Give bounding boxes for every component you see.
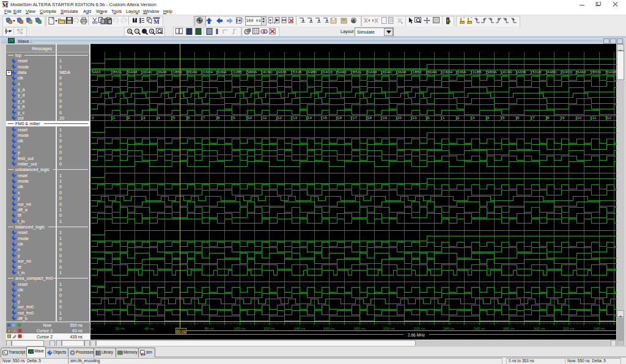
svg-text:31B5: 31B5 — [473, 70, 482, 74]
svg-text:120 ns: 120 ns — [263, 326, 275, 330]
svg-text:3: 3 — [473, 115, 475, 120]
svg-text:8DA9: 8DA9 — [188, 70, 197, 74]
svg-text:DA98: DA98 — [367, 70, 377, 74]
svg-text:C6D4: C6D4 — [443, 70, 452, 74]
svg-text:A636: A636 — [517, 70, 526, 74]
svg-text:300 ns: 300 ns — [534, 326, 545, 330]
svg-text:C6D4: C6D4 — [203, 70, 213, 74]
svg-text:531B: 531B — [532, 70, 541, 74]
svg-text:B531: B531 — [113, 70, 122, 74]
svg-text:5: 5 — [173, 115, 175, 120]
svg-text:10: 10 — [577, 115, 581, 120]
svg-text:M: M — [153, 18, 160, 24]
svg-text:M: M — [2, 2, 9, 8]
svg-text:80 ns: 80 ns — [204, 326, 213, 330]
svg-text:DA98: DA98 — [607, 70, 617, 74]
svg-text:9: 9 — [233, 115, 235, 120]
svg-text:4C6D: 4C6D — [263, 70, 273, 74]
svg-text:1: 1 — [113, 115, 116, 120]
svg-text:12: 12 — [607, 115, 611, 120]
svg-text:6: 6 — [517, 115, 520, 120]
svg-text:17: 17 — [353, 115, 357, 120]
svg-text:320 ns: 320 ns — [563, 326, 575, 330]
svg-text:A98D: A98D — [307, 70, 317, 74]
svg-text:0 ns: 0 ns — [90, 326, 93, 330]
svg-text:4: 4 — [158, 115, 160, 120]
svg-text:1B53: 1B53 — [413, 70, 422, 74]
svg-text:4: 4 — [487, 115, 490, 120]
svg-text:0: 0 — [427, 115, 430, 120]
svg-text:180 ns: 180 ns — [354, 326, 366, 330]
svg-text:240 ns: 240 ns — [443, 326, 455, 330]
svg-text:3: 3 — [143, 115, 145, 120]
svg-text:18: 18 — [367, 115, 372, 120]
svg-text:200 ns: 200 ns — [383, 326, 395, 330]
svg-text:2: 2 — [128, 115, 130, 120]
svg-text:8: 8 — [547, 115, 550, 120]
svg-text:636A: 636A — [218, 70, 227, 74]
svg-text:A636: A636 — [278, 70, 287, 74]
svg-text:D4C6: D4C6 — [323, 70, 333, 74]
svg-text:636A: 636A — [457, 70, 466, 74]
svg-text:11: 11 — [592, 115, 597, 120]
svg-text:6A63: 6A63 — [577, 70, 586, 74]
svg-text:6: 6 — [188, 115, 190, 120]
svg-text:2.66 MHz: 2.66 MHz — [408, 333, 425, 337]
svg-text:D4C6: D4C6 — [562, 70, 572, 74]
svg-text:40 ns: 40 ns — [144, 326, 153, 330]
svg-text:21: 21 — [413, 115, 417, 120]
svg-text:1B53: 1B53 — [173, 70, 182, 74]
svg-text:160 ns: 160 ns — [323, 326, 335, 330]
svg-text:13: 13 — [293, 115, 297, 120]
svg-text:0: 0 — [92, 115, 94, 120]
svg-text:20 ns: 20 ns — [115, 326, 124, 330]
svg-text:12: 12 — [278, 115, 282, 120]
svg-text:10: 10 — [248, 115, 252, 120]
svg-text:31B5: 31B5 — [233, 70, 242, 74]
svg-text:531B: 531B — [293, 70, 301, 74]
svg-text:220 ns: 220 ns — [414, 326, 425, 330]
svg-text:5: 5 — [503, 115, 505, 120]
svg-text:280 ns: 280 ns — [503, 326, 515, 330]
svg-text:140 ns: 140 ns — [294, 326, 306, 330]
svg-text:6D4C: 6D4C — [383, 70, 392, 74]
svg-text:6D4C: 6D4C — [143, 70, 153, 74]
svg-text:14: 14 — [307, 115, 312, 120]
svg-text:16: 16 — [337, 115, 342, 120]
svg-text:98DA: 98DA — [487, 70, 497, 74]
svg-text:A98D: A98D — [547, 70, 557, 74]
svg-text:6A63: 6A63 — [92, 70, 101, 74]
svg-text:20: 20 — [397, 115, 402, 120]
svg-text:60 ns: 60 ns — [176, 329, 186, 333]
svg-text:8: 8 — [218, 115, 220, 120]
svg-text:260 ns: 260 ns — [474, 326, 485, 330]
svg-text:9: 9 — [562, 115, 565, 120]
svg-text:100 ns: 100 ns — [234, 326, 246, 330]
svg-text:11: 11 — [263, 115, 267, 120]
svg-text:B531: B531 — [353, 70, 362, 74]
svg-text:98DA: 98DA — [248, 70, 257, 74]
svg-text:1: 1 — [443, 115, 445, 120]
svg-text:2: 2 — [457, 115, 460, 120]
svg-text:7: 7 — [532, 115, 535, 120]
svg-text:340 ns: 340 ns — [594, 326, 605, 330]
svg-text:36A6: 36A6 — [397, 70, 407, 74]
svg-text:DA98: DA98 — [128, 70, 138, 74]
svg-text:4C6D: 4C6D — [503, 70, 512, 74]
svg-text:7: 7 — [203, 115, 205, 120]
svg-text:19: 19 — [383, 115, 387, 120]
svg-text:15: 15 — [323, 115, 327, 120]
svg-text:B531: B531 — [592, 70, 602, 74]
svg-text:6A63: 6A63 — [337, 70, 347, 74]
svg-text:36A6: 36A6 — [158, 70, 167, 74]
svg-text:8DA9: 8DA9 — [427, 70, 437, 74]
